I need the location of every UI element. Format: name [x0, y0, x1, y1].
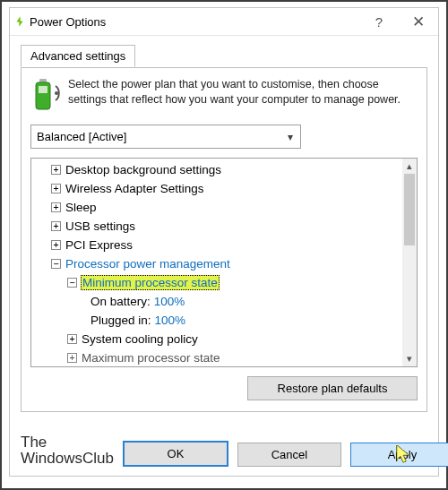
settings-tree[interactable]: +Desktop background settings +Wireless A… [30, 158, 418, 367]
expand-icon[interactable]: + [51, 202, 61, 212]
plugged-in-label: Plugged in: [90, 314, 151, 327]
scroll-down-icon[interactable]: ▾ [402, 351, 417, 366]
tab-advanced-settings[interactable]: Advanced settings [21, 45, 135, 67]
svg-rect-2 [39, 86, 47, 93]
battery-icon [30, 77, 68, 116]
tree-item[interactable]: USB settings [65, 219, 135, 233]
power-options-dialog: Power Options ? ✕ Advanced settings [9, 7, 439, 477]
power-plan-value: Balanced [Active] [31, 130, 280, 143]
svg-rect-0 [39, 79, 47, 82]
scroll-up-icon[interactable]: ▴ [402, 159, 417, 174]
svg-point-3 [55, 91, 58, 95]
scroll-thumb[interactable] [404, 174, 415, 245]
tree-item[interactable]: Maximum processor state [82, 351, 220, 365]
tab-page: Select the power plan that you want to c… [21, 67, 427, 412]
on-battery-label: On battery: [90, 295, 151, 308]
collapse-icon[interactable]: − [67, 278, 77, 288]
expand-icon[interactable]: + [51, 184, 61, 193]
close-button[interactable]: ✕ [399, 8, 438, 35]
apply-button[interactable]: Apply [350, 443, 448, 467]
expand-icon[interactable]: + [51, 240, 61, 250]
tree-item[interactable]: PCI Express [65, 238, 133, 252]
tree-item-min-proc-state[interactable]: Minimum processor state [81, 275, 220, 290]
expand-icon[interactable]: + [51, 165, 61, 175]
tree-item[interactable]: Wireless Adapter Settings [65, 182, 204, 195]
expand-icon[interactable]: + [67, 353, 77, 363]
description-text: Select the power plan that you want to c… [68, 77, 418, 116]
plugged-in-value[interactable]: 100% [151, 314, 186, 327]
help-button[interactable]: ? [359, 8, 399, 35]
scrollbar[interactable]: ▴ ▾ [402, 159, 417, 366]
ok-button[interactable]: OK [123, 441, 228, 467]
chevron-down-icon: ▾ [280, 131, 300, 143]
tree-item-processor[interactable]: Processor power management [65, 257, 230, 271]
on-battery-value[interactable]: 100% [151, 295, 185, 308]
expand-icon[interactable]: + [67, 334, 77, 344]
expand-icon[interactable]: + [51, 221, 61, 231]
cancel-button[interactable]: Cancel [237, 443, 341, 467]
power-icon [10, 15, 30, 28]
tree-item[interactable]: Sleep [65, 201, 97, 214]
restore-defaults-button[interactable]: Restore plan defaults [247, 376, 418, 400]
titlebar: Power Options ? ✕ [10, 8, 438, 36]
window-title: Power Options [30, 15, 359, 29]
collapse-icon[interactable]: − [51, 259, 61, 269]
power-plan-select[interactable]: Balanced [Active] ▾ [30, 125, 301, 149]
tree-item[interactable]: System cooling policy [82, 332, 198, 346]
tree-item[interactable]: Desktop background settings [65, 163, 221, 176]
watermark: TheWindowsClub [21, 434, 114, 467]
